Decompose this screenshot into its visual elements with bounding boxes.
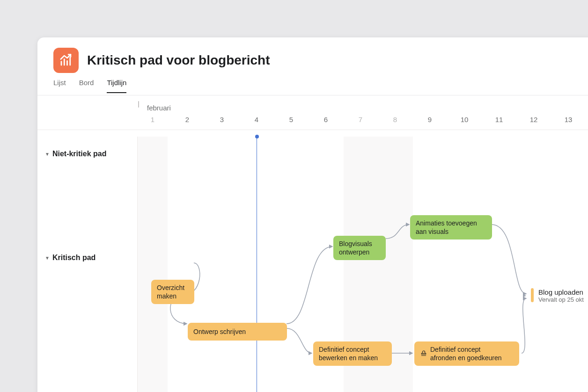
task-label: Ontwerp schrijven (193, 327, 246, 336)
project-header: Kritisch pad voor blogbericht (37, 37, 588, 79)
day-col-3: 3 (220, 116, 224, 123)
chevron-down-icon: ▼ (45, 255, 50, 261)
page-title: Kritisch pad voor blogbericht (87, 53, 270, 68)
section-label: Kritisch pad (52, 254, 96, 262)
milestone-subtitle: Vervalt op 25 okt (538, 296, 584, 303)
day-col-10: 10 (461, 116, 469, 123)
section-header-critical[interactable]: ▼ Kritisch pad (37, 248, 137, 268)
task-animaties[interactable]: Animaties toevoegen aan visuals (410, 215, 492, 240)
task-label: Animaties toevoegen aan visuals (416, 219, 477, 236)
view-tabs: Lijst Bord Tijdlijn (37, 79, 588, 95)
chart-canvas: Blogvisuals ontwerpen Animaties toevoege… (138, 137, 588, 392)
weekend-band (138, 137, 168, 392)
day-col-1: 1 (151, 116, 154, 123)
day-col-4: 4 (255, 116, 258, 123)
task-label: Definitief concept bewerken en maken (319, 345, 378, 362)
tab-list[interactable]: Lijst (53, 79, 66, 93)
section-header-noncritical[interactable]: ▼ Niet-kritiek pad (37, 144, 137, 164)
section-label: Niet-kritiek pad (52, 150, 107, 158)
day-col-2: 2 (185, 116, 189, 123)
growth-chart-icon (59, 53, 73, 67)
task-overzicht[interactable]: Overzicht maken (151, 280, 194, 304)
task-def-concept-bewerken[interactable]: Definitief concept bewerken en maken (313, 341, 392, 366)
app-window: Kritisch pad voor blogbericht Lijst Bord… (37, 37, 588, 392)
arrow-right-icon: ▸ (523, 291, 526, 299)
task-def-concept-afronden[interactable]: Definitief concept afronden en goedkeure… (414, 341, 519, 366)
milestone-bar (531, 288, 534, 302)
tab-timeline[interactable]: Tijdlijn (107, 79, 126, 93)
timeline-date-header: februari 1 2 3 4 5 6 7 8 9 10 11 12 13 (37, 95, 588, 130)
project-icon (53, 48, 79, 73)
day-col-9: 9 (428, 116, 432, 123)
day-col-8: 8 (393, 116, 397, 123)
task-blogvisuals[interactable]: Blogvisuals ontwerpen (333, 236, 386, 260)
today-indicator (257, 137, 257, 392)
timeline-grid[interactable]: ▼ Niet-kritiek pad ▼ Kritisch pad (37, 137, 588, 392)
day-col-5: 5 (289, 116, 293, 123)
milestone-text: Blog uploaden Vervalt op 25 okt (538, 288, 584, 303)
chevron-down-icon: ▼ (45, 152, 50, 157)
section-sidebar: ▼ Niet-kritiek pad ▼ Kritisch pad (37, 137, 138, 392)
task-label: Blogvisuals ontwerpen (339, 240, 372, 256)
tab-board[interactable]: Bord (79, 79, 94, 93)
milestone-title: Blog uploaden (538, 288, 584, 296)
month-tick (138, 101, 139, 108)
day-col-12: 12 (530, 116, 538, 123)
task-ontwerp[interactable]: Ontwerp schrijven (188, 323, 287, 341)
day-col-6: 6 (324, 116, 328, 123)
today-dot-icon (255, 135, 259, 138)
month-label: februari (147, 104, 171, 112)
task-label: Definitief concept afronden en goedkeure… (430, 345, 502, 362)
task-label: Overzicht maken (157, 283, 184, 300)
day-col-13: 13 (565, 116, 573, 123)
day-col-7: 7 (359, 116, 362, 123)
day-labels-row: 1 2 3 4 5 6 7 8 9 10 11 12 13 (37, 116, 588, 125)
milestone-upload[interactable]: ▸ Blog uploaden Vervalt op 25 okt (523, 288, 584, 303)
day-col-11: 11 (495, 116, 503, 123)
approval-stamp-icon (420, 350, 427, 357)
